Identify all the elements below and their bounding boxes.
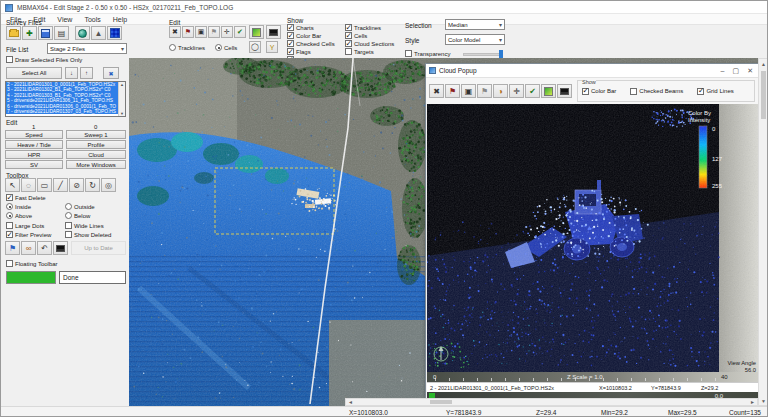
above-radio[interactable] [6,212,13,219]
filter-preview-row[interactable]: Filter Preview [6,231,51,238]
show-flags-row[interactable]: Flags [287,48,311,55]
edit-cell-button[interactable]: ▣ [195,26,207,38]
inside-radio-row[interactable]: Inside [6,203,31,210]
cells-radio-row[interactable]: Cells [215,44,237,51]
menu-view[interactable]: View [51,16,78,23]
color-model-button[interactable] [249,25,264,39]
shade-model-button[interactable] [266,25,281,39]
wide-lines-checkbox[interactable] [65,222,72,229]
scroll-down-icon[interactable]: ▼ [120,111,124,116]
geodesy-button[interactable] [75,26,90,40]
heave-tide-button[interactable]: Heave / Tide [5,140,63,149]
show-colorbar-row[interactable]: Color Bar [287,32,321,39]
large-dots-checkbox[interactable] [6,222,13,229]
show-tracklines-checkbox[interactable] [345,24,352,31]
gps-button[interactable]: ▲ [91,26,106,40]
add-files-button[interactable]: ✚ [22,26,37,40]
scroll-down-icon[interactable]: ▼ [759,396,768,405]
above-radio-row[interactable]: Above [6,212,32,219]
show-deleted-row[interactable]: Show Deleted [65,231,111,238]
outside-radio-row[interactable]: Outside [65,203,95,210]
remove-file-button[interactable]: ✖ [103,67,119,79]
tracklines-radio-row[interactable]: Tracklines [169,44,205,51]
fast-delete-checkbox[interactable] [6,194,13,201]
cloud-3d-view[interactable] [427,104,759,372]
profile-button[interactable]: Profile [66,140,126,149]
cells-radio[interactable] [215,44,222,51]
sv-button[interactable]: SV [5,160,63,169]
matrix-button[interactable] [107,26,122,40]
popup-flag-button[interactable]: ⚑ [445,84,460,98]
move-up-button[interactable]: ↑ [80,67,93,79]
charts-checkbox[interactable] [287,24,294,31]
file-list-scrollbar[interactable]: ▲ ▼ [118,82,125,116]
floating-toolbar-checkbox[interactable] [6,260,13,267]
transparency-checkbox[interactable] [405,50,412,57]
scroll-up-icon[interactable]: ▲ [120,82,124,87]
popup-grid-lines-row[interactable]: Grid Lines [697,88,733,95]
open-folder-button[interactable] [6,26,21,40]
rect-select-button[interactable]: ▭ [37,178,52,192]
file-item[interactable]: 7 - driverside2021LIDAR01307_03_Feb_TOPO… [6,109,125,114]
save-button[interactable] [38,26,53,40]
file-list-dropdown[interactable]: Stage 2 Files ▾ [47,43,127,54]
line-tool-button[interactable]: ╱ [53,178,68,192]
flag-select-button[interactable]: ⚑ [5,241,20,255]
draw-selected-checkbox-row[interactable]: Draw Selected Files Only [6,56,82,63]
popup-shade-button[interactable] [557,84,572,98]
unflag-button[interactable]: ⚑ [208,26,220,38]
flag-points-button[interactable]: ⚑ [182,26,194,38]
popup-expand-button[interactable]: ✛ [509,84,524,98]
vertical-scrollbar[interactable]: ▲ ▼ [758,58,768,406]
cloud-button[interactable]: Cloud [66,150,126,159]
floating-toolbar-row[interactable]: Floating Toolbar [6,260,58,267]
flags-checkbox[interactable] [287,48,294,55]
below-radio[interactable] [65,212,72,219]
tracklines-radio[interactable] [169,44,176,51]
scroll-left-icon[interactable]: ◄ [346,399,355,405]
show-deleted-checkbox[interactable] [65,231,72,238]
show-checked-cells-row[interactable]: Checked Cells [287,40,335,47]
popup-unflag-button[interactable]: ⚑ [477,84,492,98]
scroll-up-icon[interactable]: ▲ [759,59,768,68]
report-button[interactable]: ▤ [54,26,69,40]
popup-colorbar-row[interactable]: Color Bar [582,88,616,95]
more-windows-button[interactable]: More Windows [66,160,126,169]
select-all-button[interactable]: Select All [6,67,62,79]
selection-dropdown[interactable]: Median ▾ [445,19,505,30]
zoom-tool-button[interactable]: ◎ [101,178,116,192]
maximize-icon[interactable]: ▢ [733,67,740,75]
outside-radio[interactable] [65,203,72,210]
below-radio-row[interactable]: Below [65,212,90,219]
menu-help[interactable]: Help [107,16,133,23]
speed-button[interactable]: Speed [5,130,63,139]
vertical-scroll-thumb[interactable] [761,71,766,119]
oval-select-button[interactable]: ◯ [249,41,261,53]
file-item[interactable]: 3 - 2021LIDAR01302_B1_Feb_TOPO.HS2x^ C0 [6,87,125,92]
transparency-row[interactable]: Transparency [405,50,450,57]
colorbar-checkbox[interactable] [287,32,294,39]
up-to-date-button[interactable]: Up to Date [71,241,126,255]
accept-button[interactable]: ✔ [234,26,246,38]
cloud-sections-checkbox[interactable] [345,40,352,47]
invert-view-button[interactable] [53,241,68,255]
polygon-select-button[interactable]: ◌ [21,178,36,192]
show-charts-row[interactable]: Charts [287,24,314,31]
fast-delete-row[interactable]: Fast Delete [6,194,46,201]
undo-button[interactable]: ↶ [37,241,52,255]
targets-checkbox[interactable] [345,48,352,55]
hpr-button[interactable]: HPR [5,150,63,159]
inside-radio[interactable] [6,203,13,210]
search-targets-button[interactable]: ∞ [21,241,36,255]
file-item[interactable]: 5 - driverside2021LIDAR1306_11_Feb_TOPO.… [6,98,125,103]
menu-tools[interactable]: Tools [78,16,106,23]
popup-accept-button[interactable]: ✔ [525,84,540,98]
sweep1-button[interactable]: Sweep 1 [66,130,126,139]
transparency-slider[interactable] [463,53,503,56]
popup-delete-button[interactable]: ✖ [429,84,444,98]
checked-cells-checkbox[interactable] [287,40,294,47]
close-icon[interactable]: ✕ [747,67,753,75]
done-button[interactable]: Done [59,271,126,284]
horizontal-scroll-thumb[interactable] [430,400,452,404]
popup-rotate-button[interactable]: ◑ [493,84,508,98]
